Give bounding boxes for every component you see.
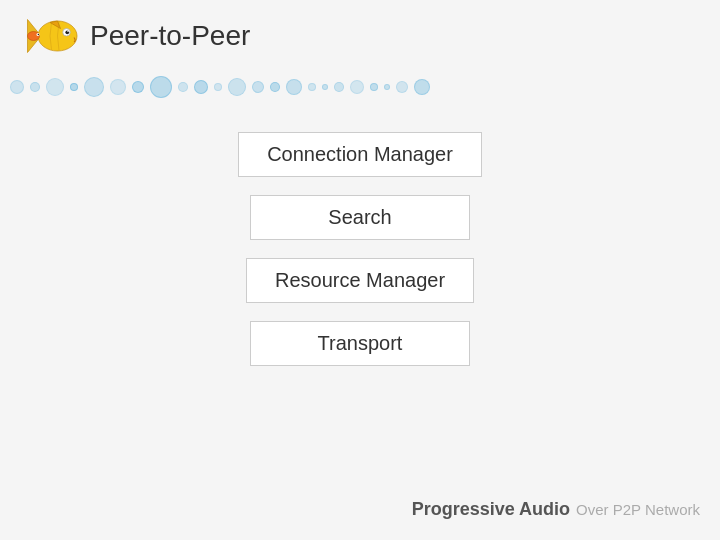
svg-point-6 <box>28 32 40 41</box>
bubble <box>414 79 430 95</box>
bubble <box>308 83 316 91</box>
bubble <box>228 78 246 96</box>
bubble <box>46 78 64 96</box>
fish-icon <box>20 12 80 60</box>
bubble <box>110 79 126 95</box>
bubble <box>252 81 264 93</box>
bubble <box>384 84 390 90</box>
bubble <box>10 80 24 94</box>
bubble <box>270 82 280 92</box>
bubble <box>150 76 172 98</box>
bubble <box>322 84 328 90</box>
bubble <box>214 83 222 91</box>
header: Peer-to-Peer <box>0 0 720 72</box>
footer: Progressive Audio Over P2P Network <box>412 499 700 520</box>
bubble <box>286 79 302 95</box>
transport-button[interactable]: Transport <box>250 321 470 366</box>
resource-manager-button[interactable]: Resource Manager <box>246 258 474 303</box>
main-content: Connection ManagerSearchResource Manager… <box>0 112 720 366</box>
bubble <box>84 77 104 97</box>
bubble <box>178 82 188 92</box>
bubbles-row <box>0 72 720 102</box>
connection-manager-button[interactable]: Connection Manager <box>238 132 482 177</box>
bubble <box>350 80 364 94</box>
footer-brand: Progressive Audio <box>412 499 570 520</box>
page-title: Peer-to-Peer <box>90 20 250 52</box>
footer-sub: Over P2P Network <box>576 501 700 518</box>
bubble <box>30 82 40 92</box>
bubble <box>194 80 208 94</box>
logo-area <box>20 12 80 60</box>
bubble <box>132 81 144 93</box>
search-button[interactable]: Search <box>250 195 470 240</box>
svg-point-5 <box>67 30 69 32</box>
svg-point-8 <box>38 34 40 36</box>
bubble <box>70 83 78 91</box>
bubble <box>396 81 408 93</box>
bubble <box>370 83 378 91</box>
bubble <box>334 82 344 92</box>
